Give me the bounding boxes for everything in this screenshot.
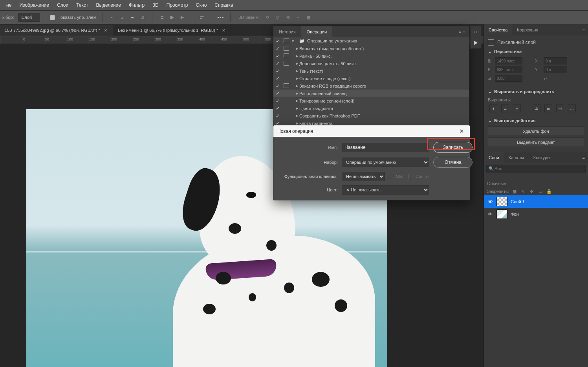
menu-filter[interactable]: Фильтр bbox=[125, 0, 148, 10]
close-tab-icon[interactable]: × bbox=[221, 28, 226, 33]
tab-adjustments[interactable]: Коррекция bbox=[512, 24, 543, 35]
3d-roll-icon[interactable]: ◎ bbox=[273, 13, 282, 22]
actions-panel: История Операции « ≡ ✓▾ Операции по умол… bbox=[273, 26, 469, 126]
pixel-layer-label: Пиксельный слой bbox=[497, 40, 536, 45]
angle-icon: ⊿ bbox=[488, 76, 493, 81]
x-field[interactable] bbox=[544, 57, 567, 64]
select-subject-button[interactable]: Выделить предмет bbox=[488, 138, 584, 147]
distribute-3-icon[interactable]: ⊩ bbox=[178, 13, 187, 22]
record-button[interactable]: Записать bbox=[433, 142, 473, 153]
tab-paths[interactable]: Контуры bbox=[529, 152, 555, 163]
align-left-icon[interactable]: ⫞ bbox=[107, 13, 117, 22]
menu-window[interactable]: Окно bbox=[192, 0, 211, 10]
align-top-icon[interactable]: ⫡ bbox=[138, 13, 147, 22]
3d-orbit-icon[interactable]: ⟳ bbox=[263, 13, 272, 22]
perspective-section[interactable]: Перспектива bbox=[488, 49, 584, 54]
select-layer-dropdown[interactable]: Слой bbox=[18, 13, 40, 22]
tab-channels[interactable]: Каналы bbox=[504, 152, 529, 163]
layer-name: Фон bbox=[511, 212, 519, 217]
collapse-panel-icon[interactable]: ↔ bbox=[471, 26, 481, 37]
align-middle-icon[interactable]: ⫢ bbox=[544, 105, 552, 112]
cancel-button[interactable]: Отмена bbox=[433, 157, 473, 168]
align-section[interactable]: Выровнять и распределить bbox=[488, 89, 584, 94]
align-top-icon[interactable]: ⫡ bbox=[533, 105, 540, 112]
menu-view[interactable]: Просмотр bbox=[163, 0, 192, 10]
align-right-icon[interactable]: ⫟ bbox=[513, 105, 521, 112]
action-set-default[interactable]: ✓▾ Операции по умолчанию bbox=[273, 37, 469, 45]
align-center-icon[interactable]: ⫠ bbox=[501, 105, 509, 112]
flip-icon[interactable]: ⇄ bbox=[544, 76, 567, 81]
action-row[interactable]: ✓▸Деревянная рамка - 50 пикс. bbox=[273, 60, 469, 67]
distribute-4-icon[interactable]: ⫍ bbox=[197, 13, 206, 22]
visibility-icon[interactable]: 👁 bbox=[487, 199, 493, 205]
action-set-select[interactable]: Операции по умолчанию bbox=[342, 158, 429, 167]
document-tab-1[interactable]: 153-7735cd049992.jpg @ 66,7% (Фон, RGB/8… bbox=[0, 25, 113, 36]
menu-image[interactable]: Изображение bbox=[15, 0, 53, 10]
menu-3d[interactable]: 3D bbox=[148, 0, 162, 10]
more-options-icon[interactable]: ••• bbox=[216, 13, 225, 22]
align-left-icon[interactable]: ⫞ bbox=[489, 105, 497, 112]
color-select[interactable]: ✕ Не показывать bbox=[342, 185, 429, 195]
action-row[interactable]: ✓▸Цвета квадранта bbox=[273, 105, 469, 112]
remove-background-button[interactable]: Удалить фон bbox=[488, 127, 584, 136]
close-tab-icon[interactable]: × bbox=[103, 28, 108, 33]
action-row[interactable]: ✓▸Рамка - 50 пикс. bbox=[273, 52, 469, 60]
action-row[interactable]: ✓▸Сохранить как Photoshop PDF bbox=[273, 112, 469, 119]
action-row-selected[interactable]: ✓▸Расплавленный свинец bbox=[273, 90, 469, 97]
fkey-select[interactable]: Не показывать bbox=[342, 172, 385, 181]
3d-pan-icon[interactable]: ✥ bbox=[283, 13, 293, 22]
angle-field[interactable] bbox=[495, 75, 522, 82]
lock-position-icon[interactable]: ✥ bbox=[529, 188, 535, 195]
menu-help[interactable]: Справка bbox=[211, 0, 237, 10]
quick-actions-section[interactable]: Быстрые действия bbox=[488, 118, 584, 123]
action-row[interactable]: ✓▸Виньетка (выделенная область) bbox=[273, 45, 469, 52]
show-controls-checkbox[interactable]: Показать упр. элем. bbox=[50, 15, 97, 20]
separator bbox=[45, 13, 45, 22]
blend-mode-select[interactable]: Обычные bbox=[487, 181, 506, 186]
tab-actions[interactable]: Операции bbox=[301, 26, 332, 37]
distribute-1-icon[interactable]: ≣ bbox=[157, 13, 167, 22]
play-action-icon[interactable] bbox=[471, 37, 481, 48]
lock-artboard-icon[interactable]: ▭ bbox=[537, 188, 544, 195]
align-bottom-icon[interactable]: ⫣ bbox=[556, 105, 564, 112]
set-label: Набор: bbox=[279, 160, 338, 165]
menu-truncated[interactable]: ие bbox=[2, 0, 15, 10]
height-field[interactable] bbox=[495, 66, 522, 73]
align-more-icon[interactable]: … bbox=[568, 105, 576, 112]
3d-zoom-icon[interactable]: ▦ bbox=[304, 13, 313, 22]
tab-history[interactable]: История bbox=[273, 26, 301, 37]
action-row[interactable]: ✓▸Отражение в воде (текст) bbox=[273, 75, 469, 82]
action-row[interactable]: ✓▸Тонирование сепией (слой) bbox=[273, 97, 469, 105]
tab-properties[interactable]: Свойства bbox=[484, 24, 512, 35]
menu-layers[interactable]: Слои bbox=[53, 0, 72, 10]
lock-pixels-icon[interactable]: ▦ bbox=[511, 188, 518, 195]
distribute-2-icon[interactable]: ⊪ bbox=[167, 13, 177, 22]
align-right-icon[interactable]: ⫟ bbox=[128, 13, 137, 22]
document-tab-2[interactable]: Без имени-1 @ 66,7% (Прямоугольник 1, RG… bbox=[113, 25, 231, 36]
action-name-input[interactable] bbox=[342, 143, 429, 152]
visibility-icon[interactable]: 👁 bbox=[487, 211, 493, 217]
menu-select[interactable]: Выделение bbox=[92, 0, 125, 10]
width-field[interactable] bbox=[495, 57, 522, 64]
show-controls-label: Показать упр. элем. bbox=[57, 15, 97, 20]
tab-layers[interactable]: Слои bbox=[484, 152, 504, 163]
lock-brush-icon[interactable]: ✎ bbox=[520, 188, 526, 195]
3d-mode-label: 3D-режим: bbox=[238, 15, 260, 20]
layer-row[interactable]: 👁 Фон bbox=[484, 208, 588, 220]
layer-row[interactable]: 👁 Слой 1 bbox=[484, 195, 588, 208]
panel-menu-icon[interactable]: ≡ bbox=[579, 152, 588, 163]
align-center-h-icon[interactable]: ⫠ bbox=[117, 13, 127, 22]
menu-text[interactable]: Текст bbox=[72, 0, 92, 10]
panel-menu-icon[interactable]: ≡ bbox=[579, 24, 588, 35]
shift-checkbox[interactable]: Shift bbox=[389, 174, 405, 179]
action-row[interactable]: ✓▸Тень (текст) bbox=[273, 67, 469, 75]
control-checkbox[interactable]: Control bbox=[408, 174, 429, 179]
action-row[interactable]: ✓▸Заказной RGB в градации серого bbox=[273, 82, 469, 90]
3d-slide-icon[interactable]: ↔ bbox=[293, 13, 303, 22]
y-field[interactable] bbox=[544, 66, 567, 73]
lock-all-icon[interactable]: 🔒 bbox=[546, 188, 552, 195]
close-icon[interactable]: ✕ bbox=[457, 127, 466, 136]
panel-menu-icon[interactable]: « ≡ bbox=[455, 26, 469, 37]
layer-search-input[interactable] bbox=[486, 165, 586, 172]
h-label: В bbox=[488, 68, 493, 72]
